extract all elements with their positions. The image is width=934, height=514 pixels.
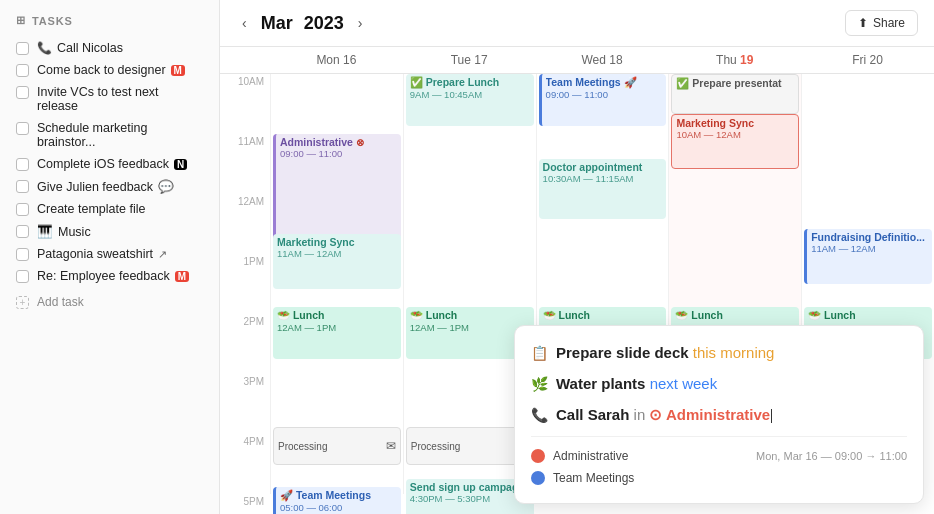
time-column: 10AM 11AM 12AM 1PM 2PM 3PM 4PM 5PM 6PM [220,74,270,514]
task-item[interactable]: Patagonia sweatshirt ↗ [0,243,219,265]
event-administrative-mon[interactable]: Administrative ⊗ 09:00 — 11:00 [273,134,401,242]
time-2pm: 2PM [220,314,270,374]
quick-add-popup[interactable]: 📋 Prepare slide deck this morning 🌿 Wate… [514,325,924,504]
task-checkbox[interactable] [16,158,29,171]
nav-forward-button[interactable]: › [352,13,369,33]
task-item[interactable]: Invite VCs to test next release [0,81,219,117]
day-col-mon[interactable]: Administrative ⊗ 09:00 — 11:00 Marketing… [270,74,403,494]
task-label: Invite VCs to test next release [37,85,203,113]
add-task-button[interactable]: + Add task [0,289,219,315]
day-header-fri: Fri 20 [801,47,934,73]
calendar-header: ‹ Mar 2023 › ⬆ Share [220,0,934,47]
task-checkbox[interactable] [16,122,29,135]
popup-detail-label-2: Team Meetings [553,471,634,485]
add-task-label: Add task [37,295,84,309]
time-4pm: 4PM [220,434,270,494]
day-header-tue: Tue 17 [403,47,536,73]
time-11am: 11AM [220,134,270,194]
event-fundraising-fri[interactable]: Fundraising Definitio... 11AM — 12AM [804,229,932,284]
share-icon: ⬆ [858,16,868,30]
task-item[interactable]: Schedule marketing brainstor... [0,117,219,153]
event-doctor-wed[interactable]: Doctor appointment 10:30AM — 11:15AM [539,159,667,219]
event-lunch-mon[interactable]: 🥗 Lunch 12AM — 1PM [273,307,401,359]
task-label: Create template file [37,202,145,216]
time-5pm: 5PM [220,494,270,514]
tasks-header-label: TASKS [32,15,73,27]
popup-title-3: Call Sarah in ⊙ Administrative [556,406,772,424]
team-meetings-circle [531,471,545,485]
task-checkbox[interactable] [16,86,29,99]
popup-title-1: Prepare slide deck this morning [556,344,774,361]
calendar-month: Mar [261,13,293,33]
task-checkbox[interactable] [16,203,29,216]
task-item[interactable]: Re: Employee feedback M [0,265,219,287]
task-label: Re: Employee feedback M [37,269,189,283]
tasks-icon: ⊞ [16,14,26,27]
task-label: Patagonia sweatshirt ↗ [37,247,167,261]
time-1pm: 1PM [220,254,270,314]
task-label: 🎹 Music [37,224,91,239]
popup-detail-meta-1: Mon, Mar 16 — 09:00 → 11:00 [756,450,907,462]
task-label: Come back to designer M [37,63,185,77]
time-12am: 12AM [220,194,270,254]
tasks-header: ⊞ TASKS [0,8,219,37]
time-10am: 10AM [220,74,270,134]
day-header-mon: Mon 16 [270,47,403,73]
task-checkbox[interactable] [16,270,29,283]
day-header-thu: Thu 19 [668,47,801,73]
task-label: 📞 Call Nicolas [37,41,123,55]
popup-divider [531,436,907,437]
event-marketing-sync-mon[interactable]: Marketing Sync 11AM — 12AM [273,234,401,289]
task-item[interactable]: Complete iOS feedback N [0,153,219,175]
call-sarah-icon: 📞 [531,407,548,423]
calendar-main: ‹ Mar 2023 › ⬆ Share Mon 16 Tue 17 Wed 1… [220,0,934,514]
nav-back-button[interactable]: ‹ [236,13,253,33]
day-headers: Mon 16 Tue 17 Wed 18 Thu 19 Fri 20 [220,47,934,74]
calendar-title: Mar 2023 [261,13,344,34]
water-plants-icon: 🌿 [531,376,548,392]
time-3pm: 3PM [220,374,270,434]
popup-row-2: 🌿 Water plants next week [531,371,907,396]
task-label: Schedule marketing brainstor... [37,121,203,149]
popup-title-2: Water plants next week [556,375,717,392]
add-task-icon: + [16,296,29,309]
calendar-nav: ‹ Mar 2023 › [236,13,368,34]
task-item[interactable]: 🎹 Music [0,220,219,243]
task-item[interactable]: Create template file [0,198,219,220]
event-prepare-lunch-tue[interactable]: ✅ Prepare Lunch 9AM — 10:45AM [406,74,534,126]
popup-highlight-admin: ⊙ Administrative [649,406,770,423]
task-checkbox[interactable] [16,42,29,55]
task-checkbox[interactable] [16,180,29,193]
popup-detail-label-1: Administrative [553,449,628,463]
task-item[interactable]: Come back to designer M [0,59,219,81]
event-team-meetings-mon[interactable]: 🚀 Team Meetings 05:00 — 06:00 [273,487,401,514]
popup-detail-1[interactable]: Administrative Mon, Mar 16 — 09:00 → 11:… [531,445,907,467]
share-button[interactable]: ⬆ Share [845,10,918,36]
task-checkbox[interactable] [16,225,29,238]
event-prepare-presentation-thu[interactable]: ✅ Prepare presentat [671,74,799,114]
day-header-wed: Wed 18 [536,47,669,73]
task-label: Give Julien feedback 💬 [37,179,174,194]
processing-label-mon: Processing [278,441,327,452]
task-item[interactable]: Give Julien feedback 💬 [0,175,219,198]
calendar-year: 2023 [304,13,344,33]
share-label: Share [873,16,905,30]
popup-detail-2[interactable]: Team Meetings [531,467,907,489]
processing-icon-mon: ✉ [386,439,396,453]
task-item[interactable]: 📞 Call Nicolas [0,37,219,59]
task-checkbox[interactable] [16,248,29,261]
task-label: Complete iOS feedback N [37,157,187,171]
task-checkbox[interactable] [16,64,29,77]
processing-label-tue: Processing [411,441,460,452]
administrative-circle [531,449,545,463]
popup-highlight-week: next week [650,375,718,392]
event-marketing-sync-thu[interactable]: Marketing Sync 10AM — 12AM [671,114,799,169]
popup-highlight-morning: this morning [693,344,775,361]
slide-deck-icon: 📋 [531,345,548,361]
event-team-meetings-wed[interactable]: Team Meetings 🚀 09:00 — 11:00 [539,74,667,126]
popup-row-3: 📞 Call Sarah in ⊙ Administrative [531,402,907,428]
sidebar: ⊞ TASKS 📞 Call Nicolas Come back to desi… [0,0,220,514]
event-processing-mon[interactable]: Processing ✉ [273,427,401,465]
popup-row-1: 📋 Prepare slide deck this morning [531,340,907,365]
